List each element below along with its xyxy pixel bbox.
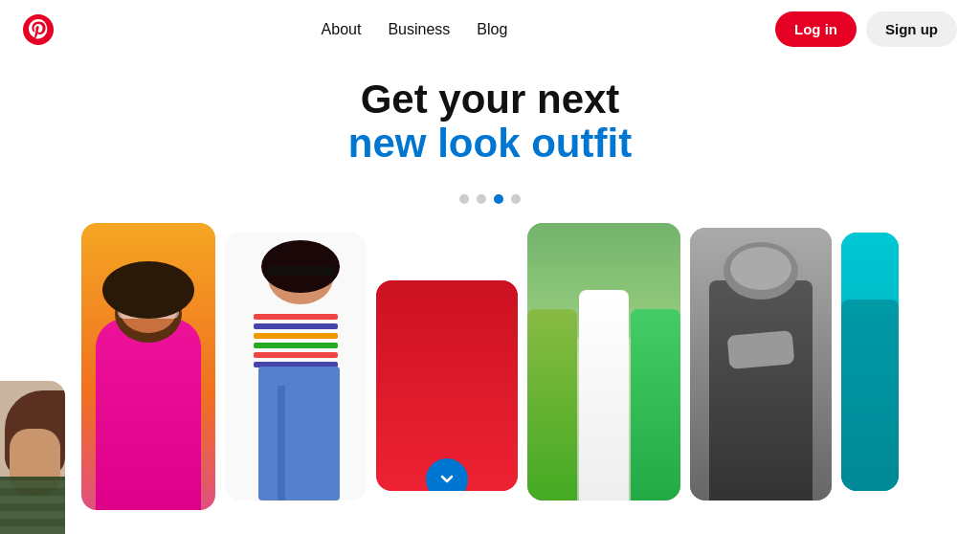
hero-section: Get your next new look outfit — [0, 58, 980, 181]
card-orange-person — [81, 223, 215, 510]
hero-title-line1: Get your next — [0, 78, 980, 122]
card-outdoor-group — [527, 223, 680, 501]
dot-2[interactable] — [477, 194, 486, 204]
svg-point-0 — [23, 14, 54, 45]
dot-3[interactable] — [494, 194, 503, 204]
pinterest-logo[interactable] — [23, 14, 54, 45]
hero-title-line2: new look outfit — [0, 122, 980, 166]
login-button[interactable]: Log in — [775, 11, 857, 47]
card-red-arrow — [376, 280, 518, 491]
nav-links: About Business Blog — [322, 21, 508, 38]
navbar: About Business Blog Log in Sign up — [0, 0, 980, 58]
card-grayscale-man — [690, 228, 832, 501]
card-white-stripes — [225, 233, 367, 501]
dot-4[interactable] — [511, 194, 521, 204]
nav-business[interactable]: Business — [388, 21, 450, 38]
chevron-down-icon — [437, 470, 457, 489]
card-left-edge — [0, 381, 65, 534]
carousel-dots — [0, 194, 980, 204]
nav-about[interactable]: About — [322, 21, 362, 38]
pinterest-logo-icon — [23, 14, 54, 45]
dot-1[interactable] — [459, 194, 469, 204]
gallery-inner — [0, 213, 980, 534]
nav-blog[interactable]: Blog — [477, 21, 507, 38]
image-gallery — [0, 213, 980, 534]
nav-actions: Log in Sign up — [775, 11, 957, 47]
signup-button[interactable]: Sign up — [866, 11, 957, 47]
card-teal-partial — [841, 233, 899, 491]
